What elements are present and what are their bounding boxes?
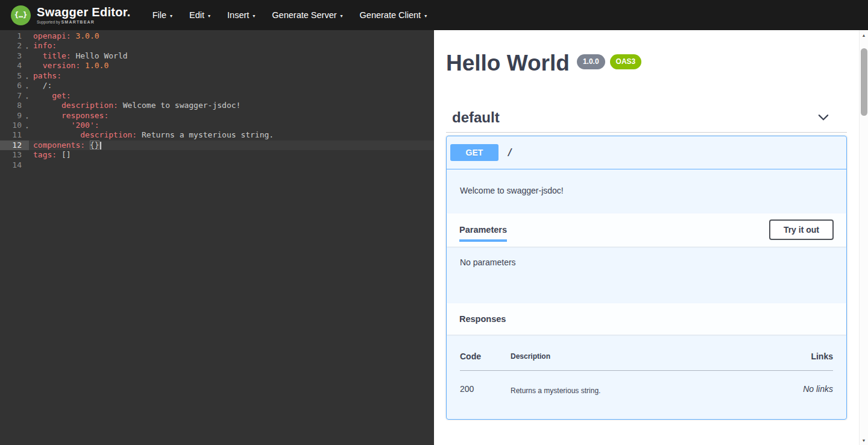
code-token: /: xyxy=(33,81,52,90)
code-token: version: xyxy=(43,61,81,70)
editor-line-6[interactable]: 6▾ /: xyxy=(0,81,434,90)
response-description: Returns a mysterious string. xyxy=(511,370,752,395)
menu-insert[interactable]: Insert▾ xyxy=(219,0,263,30)
code-token xyxy=(33,91,52,100)
line-number: 9▾ xyxy=(0,111,29,121)
code-token xyxy=(33,121,71,130)
logo-braces-glyph: {…} xyxy=(14,11,28,19)
editor-line-7[interactable]: 7▾ get: xyxy=(0,91,434,101)
code-token: openapi: xyxy=(33,31,71,40)
line-number: 6▾ xyxy=(0,81,29,90)
menu-edit[interactable]: Edit▾ xyxy=(181,0,219,30)
editor-line-5[interactable]: 5▾paths: xyxy=(0,71,434,81)
responses-table: Code Description Links 200Returns a myst… xyxy=(460,352,833,395)
responses-title: Responses xyxy=(459,314,506,324)
scroll-up-arrow-icon[interactable]: ▲ xyxy=(860,30,868,40)
code-token: description: xyxy=(80,130,137,139)
editor-line-10[interactable]: 10▾ '200': xyxy=(0,121,434,130)
editor-lines: 1openapi: 3.0.02▾info:3 title: Hello Wor… xyxy=(0,30,434,170)
code-text: info: xyxy=(29,41,57,51)
brand-title: Swagger Editor. xyxy=(37,6,131,18)
editor-line-4[interactable]: 4 version: 1.0.0 xyxy=(0,61,434,71)
tab-parameters[interactable]: Parameters xyxy=(459,225,507,235)
line-number: 5▾ xyxy=(0,71,29,81)
line-number: 10▾ xyxy=(0,121,29,130)
code-editor[interactable]: 1openapi: 3.0.02▾info:3 title: Hello Wor… xyxy=(0,30,434,445)
tag-section-default[interactable]: default xyxy=(446,109,847,133)
menu-generate-client[interactable]: Generate Client▾ xyxy=(351,0,436,30)
code-token: 3.0.0 xyxy=(71,31,99,40)
editor-line-9[interactable]: 9▾ responses: xyxy=(0,111,434,121)
menu-generate-server[interactable]: Generate Server▾ xyxy=(263,0,351,30)
editor-line-8[interactable]: 8 description: Welcome to swagger-jsdoc! xyxy=(0,101,434,110)
code-token: components: xyxy=(33,140,85,150)
menu-label: File xyxy=(153,10,166,20)
code-token: info: xyxy=(33,41,57,50)
editor-line-14[interactable]: 14 xyxy=(0,160,434,170)
code-token xyxy=(33,61,43,70)
operation-path: / xyxy=(505,147,513,158)
editor-line-3[interactable]: 3 title: Hello World xyxy=(0,51,434,61)
code-token: paths: xyxy=(33,71,61,80)
code-text: tags: [] xyxy=(29,150,71,160)
line-number: 2▾ xyxy=(0,41,29,51)
responses-table-wrapper: Code Description Links 200Returns a myst… xyxy=(447,335,846,419)
get-method-badge[interactable]: GET xyxy=(450,144,498,161)
scroll-thumb[interactable] xyxy=(861,48,867,116)
line-number: 8 xyxy=(0,101,29,110)
code-token: '200': xyxy=(71,121,99,130)
line-number: 1 xyxy=(0,31,29,41)
line-number: 4 xyxy=(0,61,29,71)
code-text xyxy=(29,160,33,170)
swagger-logo-icon: {…} xyxy=(11,5,31,25)
editor-line-1[interactable]: 1openapi: 3.0.0 xyxy=(0,31,434,41)
responses-table-header-row: Code Description Links xyxy=(460,352,833,371)
chevron-down-icon[interactable] xyxy=(817,111,830,124)
code-text: title: Hello World xyxy=(29,51,128,61)
code-token: description: xyxy=(61,101,118,110)
scrollbar[interactable]: ▲ ▼ xyxy=(859,30,868,445)
menu-label: Generate Client xyxy=(360,10,421,20)
topbar: {…} Swagger Editor. Supported by SMARTBE… xyxy=(0,0,868,30)
try-it-out-button[interactable]: Try it out xyxy=(769,219,834,240)
code-token xyxy=(33,51,43,60)
line-number: 12 xyxy=(0,140,29,150)
code-text: version: 1.0.0 xyxy=(29,61,108,71)
opblock-summary[interactable]: GET / xyxy=(447,136,846,169)
caret-down-icon: ▾ xyxy=(208,13,210,19)
version-badge: 1.0.0 xyxy=(577,54,605,69)
menu-label: Edit xyxy=(189,10,204,20)
editor-line-13[interactable]: 13tags: [] xyxy=(0,150,434,160)
col-header-links: Links xyxy=(752,352,833,371)
brand-subtitle: Supported by SMARTBEAR xyxy=(37,20,131,24)
swagger-editor-app: {…} Swagger Editor. Supported by SMARTBE… xyxy=(0,0,868,445)
no-parameters-text: No parameters xyxy=(447,247,846,303)
parameters-section-header: Parameters Try it out xyxy=(447,213,846,247)
menu-file[interactable]: File▾ xyxy=(144,0,181,30)
code-text: paths: xyxy=(29,71,61,81)
editor-line-12[interactable]: 12components: {} xyxy=(0,140,434,150)
caret-down-icon: ▾ xyxy=(341,13,343,19)
caret-down-icon: ▾ xyxy=(424,13,427,19)
api-badges: 1.0.0 OAS3 xyxy=(577,54,641,69)
code-text: description: Welcome to swagger-jsdoc! xyxy=(29,101,241,110)
response-row: 200Returns a mysterious string.No links xyxy=(460,370,833,395)
editor-line-11[interactable]: 11 description: Returns a mysterious str… xyxy=(0,130,434,140)
editor-line-2[interactable]: 2▾info: xyxy=(0,41,434,51)
caret-down-icon: ▾ xyxy=(253,13,255,19)
code-token: [] xyxy=(57,150,71,159)
api-title: Hello World 1.0.0 OAS3 xyxy=(446,52,847,75)
code-token: {} xyxy=(90,140,99,150)
line-number: 14 xyxy=(0,160,29,170)
code-text: description: Returns a mysterious string… xyxy=(29,130,274,140)
menu-label: Insert xyxy=(227,10,249,20)
operation-description: Welcome to swagger-jsdoc! xyxy=(447,169,846,213)
scroll-down-arrow-icon[interactable]: ▼ xyxy=(860,435,868,445)
line-number: 7▾ xyxy=(0,91,29,101)
code-token: title: xyxy=(43,51,71,60)
code-token: responses: xyxy=(61,111,108,120)
line-number: 3 xyxy=(0,51,29,61)
code-token xyxy=(33,130,80,139)
code-token xyxy=(33,101,61,110)
col-header-description: Description xyxy=(511,352,752,371)
